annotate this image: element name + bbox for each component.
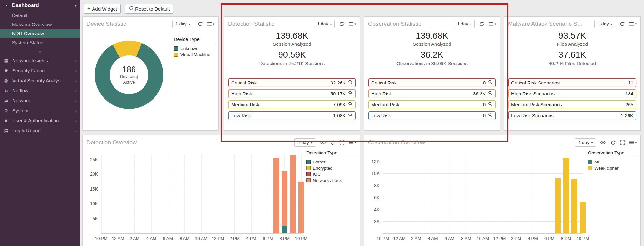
risk-row[interactable]: High Risk Scenarios 134	[508, 89, 636, 98]
risk-label: Medium Risk	[231, 102, 259, 107]
expand-button[interactable]	[620, 140, 625, 145]
sidebar-item-dashboard[interactable]: ◔ Dashboard ▾	[0, 0, 80, 11]
chevron-down-icon: ▾	[354, 22, 356, 25]
risk-row[interactable]: High Risk 36.2K	[368, 89, 496, 98]
y-tick-label: 8K	[374, 183, 380, 188]
refresh-button[interactable]	[610, 140, 616, 145]
period-dropdown[interactable]: 1 day ▾	[594, 20, 615, 28]
risk-row[interactable]: Low Risk 1.08K	[228, 111, 356, 120]
period-dropdown[interactable]: 1 day ▾	[314, 20, 335, 28]
sidebar-item[interactable]: ⚙ System ›	[0, 105, 80, 115]
visibility-button[interactable]	[600, 140, 606, 145]
bar-network-attack[interactable]	[290, 155, 296, 233]
sidebar-subitem-label: System Status	[12, 40, 43, 45]
bar-network-attack[interactable]	[298, 182, 304, 233]
sidebar-subitem[interactable]: System Status	[0, 38, 80, 47]
chevron-down-icon: ▾	[610, 22, 612, 26]
x-tick-label: 10 AM	[195, 236, 207, 241]
refresh-button[interactable]	[479, 21, 484, 27]
risk-label: Low Risk Scenarios	[511, 113, 554, 118]
chevron-down-icon: ▾	[75, 3, 77, 8]
sidebar-item[interactable]: ≋ Netflow ›	[0, 85, 80, 95]
sidebar-item[interactable]: ❖ Security Fabric ›	[0, 65, 80, 75]
risk-label: Critical Risk Scenarios	[511, 80, 560, 85]
risk-value: 134	[625, 91, 633, 96]
sidebar-subitem[interactable]: NDR Overview	[0, 29, 80, 38]
bar-botnet[interactable]	[282, 226, 287, 233]
y-tick-label: 10K	[90, 201, 98, 206]
bar-weak-cipher[interactable]	[571, 179, 577, 233]
x-gridline	[268, 154, 268, 233]
reset-to-default-button[interactable]: Reset to Default	[125, 4, 173, 14]
bar-weak-cipher[interactable]	[580, 202, 586, 233]
refresh-button[interactable]	[339, 21, 344, 27]
legend-label: IOC	[313, 172, 321, 177]
risk-row[interactable]: Critical Risk 0	[368, 78, 496, 87]
detections-value: 90.59K	[224, 50, 360, 60]
search-icon[interactable]	[488, 102, 493, 107]
risk-row[interactable]: Low Risk Scenarios 1.26K	[508, 111, 636, 120]
sidebar-subitem-label: Malware Overview	[12, 22, 52, 27]
search-icon[interactable]	[488, 113, 493, 118]
refresh-button[interactable]	[197, 21, 203, 27]
sidebar-item-label: Network	[12, 98, 72, 103]
period-dropdown[interactable]: 1 day ▾	[172, 20, 193, 28]
risk-row[interactable]: Critical Risk 32.26K	[228, 78, 356, 87]
refresh-button[interactable]	[330, 140, 335, 145]
risk-row[interactable]: High Risk 50.17K	[228, 89, 356, 98]
add-dashboard-button[interactable]: +	[0, 47, 80, 55]
period-value: 1 day	[317, 21, 328, 26]
bar-network-attack[interactable]	[273, 158, 279, 233]
search-icon[interactable]	[348, 91, 353, 96]
device-count: 186	[122, 65, 136, 74]
sidebar-item[interactable]: ▦ Network Insights ›	[0, 55, 80, 65]
y-tick-label: 2K	[374, 219, 380, 224]
widget-menu-button[interactable]: ▾	[349, 141, 356, 144]
sidebar-item-icon: ▤	[3, 128, 9, 133]
risk-label: High Risk Scenarios	[511, 91, 555, 96]
search-icon[interactable]	[348, 80, 353, 85]
sidebar-subitem[interactable]: Malware Overview	[0, 20, 80, 29]
search-icon[interactable]	[348, 102, 353, 107]
observation-overview-chart: 2K4K6K8K10K12K10 PM12 AM2 AM4 AM6 AM8 AM…	[383, 154, 583, 234]
risk-row[interactable]: Medium Risk 7.09K	[228, 100, 356, 109]
x-tick-label: 12 PM	[212, 236, 224, 241]
chart-legend: Device Type Unknown Virtual Machine	[174, 37, 216, 58]
x-gridline	[251, 154, 252, 233]
risk-row[interactable]: Medium Risk Scenarios 265	[508, 100, 636, 109]
visibility-button[interactable]	[320, 140, 326, 145]
widget-menu-button[interactable]: ▾	[629, 141, 637, 144]
sidebar-item[interactable]: ◎ Virtual Security Analyst ›	[0, 75, 80, 85]
risk-row[interactable]: Low Risk 0	[368, 111, 496, 120]
widget-menu-button[interactable]: ▾	[489, 22, 496, 26]
period-dropdown[interactable]: 1 day ▾	[294, 138, 315, 147]
bar-network-attack[interactable]	[282, 171, 287, 226]
expand-button[interactable]	[340, 140, 344, 145]
widget-menu-button[interactable]: ▾	[629, 22, 637, 26]
sidebar-item[interactable]: ⇄ Network ›	[0, 95, 80, 105]
x-tick-label: 8 PM	[561, 236, 571, 241]
search-icon[interactable]	[348, 113, 353, 118]
x-gridline	[516, 154, 516, 233]
period-dropdown[interactable]: 1 day ▾	[575, 138, 596, 147]
legend-item: ML	[588, 160, 639, 164]
x-tick-label: 10 PM	[295, 236, 307, 241]
sidebar-item[interactable]: ♟ User & Authentication ›	[0, 115, 80, 125]
widget-menu-button[interactable]: ▾	[207, 22, 214, 26]
chevron-right-icon: ›	[75, 88, 77, 93]
sidebar-item-label: Netflow	[12, 88, 72, 93]
refresh-button[interactable]	[619, 21, 625, 27]
search-icon[interactable]	[488, 91, 493, 96]
bar-weak-cipher[interactable]	[555, 178, 561, 233]
sidebar-subitem[interactable]: Default	[0, 11, 80, 20]
sidebar-item[interactable]: ▤ Log & Report ›	[0, 125, 80, 135]
x-tick-label: 2 PM	[511, 236, 521, 241]
add-widget-button[interactable]: + Add Widget	[84, 4, 121, 14]
risk-row[interactable]: Medium Risk 0	[368, 100, 496, 109]
risk-row[interactable]: Critical Risk Scenarios 11	[508, 78, 636, 87]
period-dropdown[interactable]: 1 day ▾	[454, 20, 475, 28]
search-icon[interactable]	[488, 80, 493, 85]
chevron-down-icon: ▾	[635, 141, 637, 144]
bar-weak-cipher[interactable]	[563, 158, 569, 233]
widget-menu-button[interactable]: ▾	[349, 22, 356, 26]
